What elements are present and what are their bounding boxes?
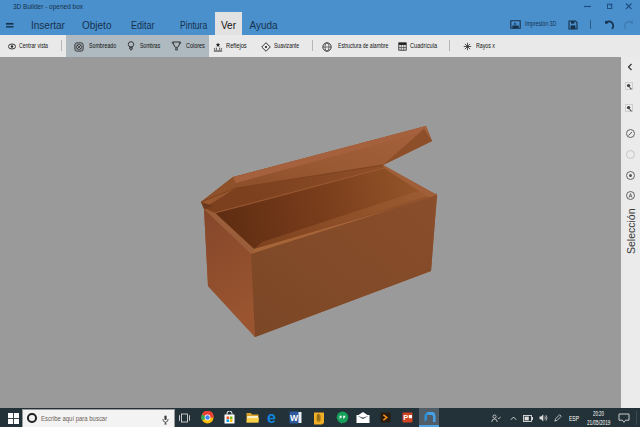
svg-text:P: P: [403, 413, 408, 422]
svg-text:W: W: [290, 413, 299, 423]
